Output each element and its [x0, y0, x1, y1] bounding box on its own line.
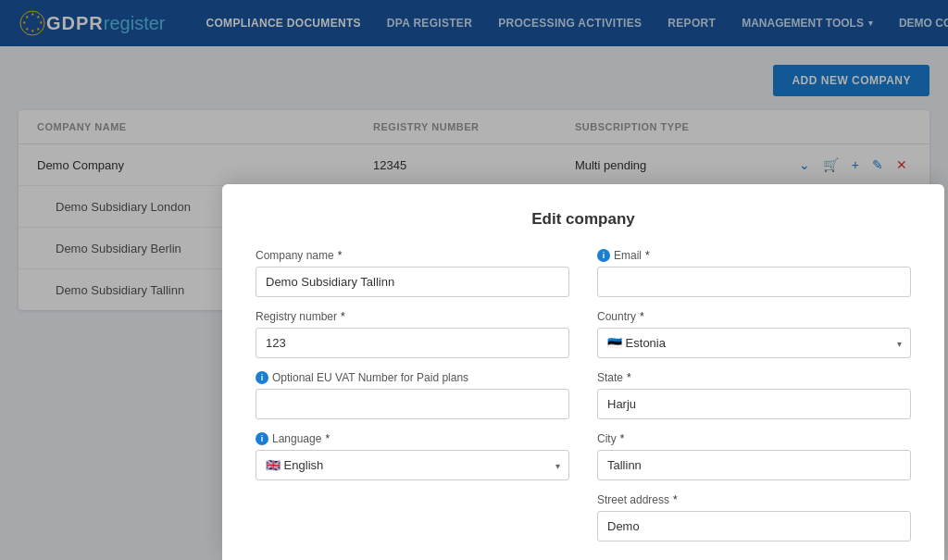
brand-logo[interactable]: ★ ★ ★ ★ ★ ★ ★ ★ GDPR register — [19, 9, 166, 37]
nav-left-links: COMPLIANCE DOCUMENTS DPA REGISTER PROCES… — [193, 0, 730, 46]
table-row: Demo Company 12345 Multi pending ⌄ 🛒 + ✎… — [19, 144, 929, 186]
company-name-input[interactable] — [256, 267, 569, 297]
cell-company-name: Demo Company — [37, 158, 373, 172]
svg-text:★: ★ — [36, 26, 41, 31]
nav-management-tools[interactable]: MANAGEMENT TOOLS ▾ — [729, 0, 886, 46]
street-input[interactable] — [597, 511, 911, 541]
company-name-group: Company name * — [256, 249, 569, 297]
country-group: Country * 🇪🇪 Estonia 🇬🇧 United Kingdom 🇩… — [597, 310, 911, 358]
brand-register-text: register — [104, 13, 166, 34]
cart-button[interactable]: 🛒 — [819, 156, 842, 174]
vat-label: i Optional EU VAT Number for Paid plans — [256, 371, 569, 384]
country-select-wrapper: 🇪🇪 Estonia 🇬🇧 United Kingdom 🇩🇪 Germany … — [597, 328, 911, 358]
info-icon: i — [256, 432, 268, 445]
nav-right-links: MANAGEMENT TOOLS ▾ DEMO COMPANY ▾ DEMO U… — [729, 0, 948, 46]
nav-report[interactable]: REPORT — [655, 0, 729, 46]
registry-label: Registry number * — [256, 310, 569, 323]
svg-text:★: ★ — [31, 28, 35, 33]
svg-text:★: ★ — [31, 11, 35, 17]
nav-processing[interactable]: PROCESSING ACTIVITIES — [485, 0, 655, 46]
registry-input[interactable] — [256, 328, 569, 358]
email-label: i Email * — [597, 249, 911, 262]
info-icon: i — [597, 249, 610, 262]
street-group: Street address * — [597, 493, 911, 541]
edit-company-modal: Edit company Company name * Registry num… — [222, 184, 944, 560]
info-icon: i — [256, 371, 268, 384]
state-group: State * — [597, 371, 911, 419]
svg-text:★: ★ — [39, 19, 44, 25]
cell-subscription: Multi pending — [575, 158, 777, 172]
col-actions — [777, 121, 911, 132]
nav-compliance[interactable]: COMPLIANCE DOCUMENTS — [193, 0, 374, 46]
email-input[interactable] — [597, 267, 911, 297]
svg-text:★: ★ — [22, 19, 27, 25]
language-select[interactable]: 🇬🇧 English 🇩🇪 German 🇫🇷 French 🇪🇪 Estoni… — [256, 450, 569, 480]
city-label: City * — [597, 432, 911, 445]
eu-stars-icon: ★ ★ ★ ★ ★ ★ ★ ★ — [19, 9, 46, 37]
country-label: Country * — [597, 310, 911, 323]
city-input[interactable] — [597, 450, 911, 480]
edit-button[interactable]: ✎ — [868, 156, 887, 174]
svg-text:★: ★ — [25, 26, 30, 31]
email-group: i Email * — [597, 249, 911, 297]
cell-registry: 12345 — [373, 158, 575, 172]
edit-form: Company name * Registry number * — [256, 249, 911, 541]
company-name-label: Company name * — [256, 249, 569, 262]
language-select-wrapper: 🇬🇧 English 🇩🇪 German 🇫🇷 French 🇪🇪 Estoni… — [256, 450, 569, 480]
vat-input[interactable] — [256, 389, 569, 419]
vat-group: i Optional EU VAT Number for Paid plans — [256, 371, 569, 419]
country-select[interactable]: 🇪🇪 Estonia 🇬🇧 United Kingdom 🇩🇪 Germany … — [597, 328, 911, 358]
registry-number-group: Registry number * — [256, 310, 569, 358]
chevron-down-icon: ▾ — [868, 19, 873, 28]
add-subsidiary-button[interactable]: + — [848, 156, 863, 174]
col-subscription: SUBSCRIPTION TYPE — [575, 121, 777, 132]
nav-demo-company[interactable]: DEMO COMPANY ▾ — [886, 0, 948, 46]
state-input[interactable] — [597, 389, 911, 419]
city-group: City * — [597, 432, 911, 480]
expand-button[interactable]: ⌄ — [795, 156, 814, 174]
svg-text:★: ★ — [25, 14, 30, 19]
language-label: i Language * — [256, 432, 569, 445]
top-bar: ADD NEW COMPANY — [19, 65, 929, 96]
navbar: ★ ★ ★ ★ ★ ★ ★ ★ GDPR register COMPLIANCE… — [0, 0, 948, 46]
state-label: State * — [597, 371, 911, 384]
delete-button[interactable]: ✕ — [892, 156, 911, 174]
language-group: i Language * 🇬🇧 English 🇩🇪 German 🇫🇷 Fre… — [256, 432, 569, 480]
table-header: COMPANY NAME REGISTRY NUMBER SUBSCRIPTIO… — [19, 110, 929, 144]
nav-dpa[interactable]: DPA REGISTER — [374, 0, 485, 46]
col-company-name: COMPANY NAME — [37, 121, 373, 132]
row-actions: ⌄ 🛒 + ✎ ✕ — [777, 156, 911, 174]
add-new-company-button[interactable]: ADD NEW COMPANY — [773, 65, 929, 96]
street-label: Street address * — [597, 493, 911, 506]
brand-gdpr-text: GDPR — [46, 13, 104, 34]
col-registry: REGISTRY NUMBER — [373, 121, 575, 132]
modal-title: Edit company — [256, 210, 911, 229]
